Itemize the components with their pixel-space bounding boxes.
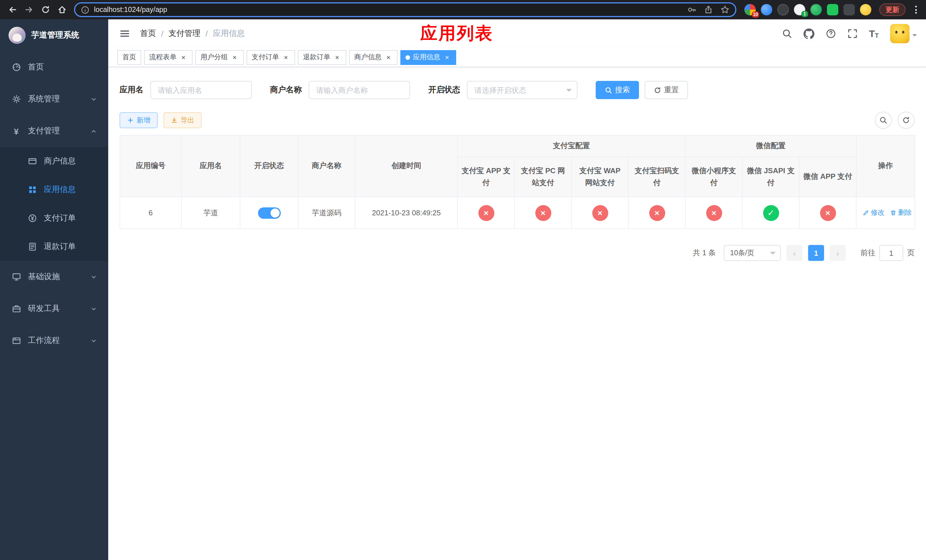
bookmark-star-icon[interactable] (720, 5, 729, 14)
tab-close-icon[interactable]: × (384, 53, 392, 61)
app-name-input[interactable] (150, 81, 252, 99)
tab-close-icon[interactable]: × (231, 53, 239, 61)
fullscreen-icon[interactable] (847, 29, 858, 39)
browser-menu-icon[interactable] (910, 2, 921, 17)
status-select-input[interactable] (467, 81, 578, 99)
page-annotation: 应用列表 (420, 22, 493, 45)
sidebar-item-refund-order[interactable]: 退款订单 (0, 232, 108, 261)
col-header-wechat-mini: 微信小程序支付 (685, 157, 742, 197)
extension-icon-4[interactable]: 1 (794, 4, 805, 15)
sidebar-item-workflow[interactable]: 工作流程 (0, 325, 108, 357)
pagination-total: 共 1 条 (693, 248, 716, 258)
url-text[interactable]: localhost:1024/pay/app (94, 6, 683, 14)
extensions-area: 10 1 (741, 4, 875, 15)
sidebar-item-label: 支付订单 (44, 213, 76, 223)
sidebar-item-merchant-info[interactable]: 商户信息 (0, 147, 108, 176)
goto-page-input[interactable] (879, 245, 903, 261)
extension-icon-2[interactable] (761, 4, 772, 15)
pagination: 共 1 条 10条/页 ‹ 1 › 前往 页 (120, 245, 915, 261)
extension-icon-6[interactable] (827, 4, 838, 15)
sidebar-item-label: 工作流程 (28, 336, 60, 346)
search-icon[interactable] (782, 29, 792, 39)
sidebar-logo[interactable]: 芋道管理系统 (0, 20, 108, 51)
wechat-jsapi-status-icon: ✓ (763, 205, 779, 221)
tab-close-icon[interactable]: × (282, 53, 290, 61)
col-header-wechat-app: 微信 APP 支付 (799, 157, 856, 197)
page-number-1[interactable]: 1 (808, 245, 824, 261)
extension-icon-7[interactable] (843, 4, 855, 15)
tab-label: 首页 (123, 52, 136, 62)
sidebar-item-app-info[interactable]: 应用信息 (0, 176, 108, 204)
col-header-alipay-wap: 支付宝 WAP 网站支付 (572, 157, 628, 197)
tab-user-group[interactable]: 用户分组 × (195, 50, 244, 65)
help-icon[interactable] (826, 29, 836, 39)
page-size-select[interactable]: 10条/页 (724, 245, 781, 261)
browser-profile-avatar[interactable] (860, 4, 872, 15)
extension-icon-3[interactable] (777, 4, 789, 15)
status-toggle[interactable] (258, 207, 280, 218)
gear-icon (11, 94, 21, 104)
user-menu[interactable] (890, 24, 917, 43)
sidebar-item-dev-tools[interactable]: 研发工具 (0, 293, 108, 325)
extension-icon-1[interactable]: 10 (744, 4, 756, 15)
tab-refund-order[interactable]: 退款订单 × (298, 50, 346, 65)
alipay-app-status-icon: × (478, 205, 494, 221)
tab-payment-order[interactable]: 支付订单 × (247, 50, 295, 65)
next-page-button[interactable]: › (830, 245, 846, 261)
tab-close-icon[interactable]: × (333, 53, 341, 61)
chevron-up-icon (91, 128, 97, 134)
reset-button[interactable]: 重置 (645, 81, 688, 99)
document-icon (27, 242, 37, 251)
toggle-search-icon-button[interactable] (875, 112, 892, 129)
sidebar-item-label: 应用信息 (44, 185, 76, 195)
password-key-icon[interactable] (687, 5, 696, 14)
pay-order-icon (27, 213, 37, 223)
forward-icon[interactable] (21, 2, 36, 17)
status-select[interactable] (467, 81, 578, 99)
tab-home[interactable]: 首页 (117, 50, 141, 65)
address-bar[interactable]: localhost:1024/pay/app (74, 2, 736, 17)
chevron-down-icon (91, 306, 97, 312)
sidebar-item-payment-order[interactable]: 支付订单 (0, 204, 108, 232)
back-icon[interactable] (5, 2, 20, 17)
app-header: 首页 / 支付管理 / 应用信息 应用列表 (108, 20, 926, 48)
tab-close-icon[interactable]: × (179, 53, 188, 61)
merchant-name-label: 商户名称 (270, 85, 302, 95)
github-icon[interactable] (803, 28, 814, 39)
breadcrumb-home[interactable]: 首页 (140, 29, 156, 39)
breadcrumb-payment[interactable]: 支付管理 (169, 29, 200, 39)
search-button[interactable]: 搜索 (596, 81, 639, 99)
browser-update-button[interactable]: 更新 (879, 3, 905, 16)
add-button[interactable]: 新增 (120, 112, 158, 128)
sidebar-item-home[interactable]: 首页 (0, 51, 108, 83)
reload-icon[interactable] (38, 2, 53, 17)
cell-merchant-name: 芋道源码 (298, 197, 355, 229)
sidebar-item-label: 研发工具 (28, 304, 60, 314)
alipay-wap-status-icon: × (592, 205, 608, 221)
share-icon[interactable] (704, 5, 713, 14)
prev-page-button[interactable]: ‹ (787, 245, 802, 261)
tab-process-form[interactable]: 流程表单 × (144, 50, 192, 65)
delete-link[interactable]: 删除 (890, 208, 912, 218)
sidebar-item-payment[interactable]: ¥ 支付管理 (0, 115, 108, 147)
merchant-name-input[interactable] (309, 81, 410, 99)
sidebar-item-system[interactable]: 系统管理 (0, 83, 108, 115)
refresh-icon-button[interactable] (897, 112, 915, 129)
hamburger-icon[interactable] (117, 26, 132, 41)
tab-app-info[interactable]: 应用信息 × (400, 50, 456, 65)
edit-link[interactable]: 修改 (863, 208, 884, 218)
sidebar-item-infrastructure[interactable]: 基础设施 (0, 261, 108, 293)
tab-merchant-info[interactable]: 商户信息 × (349, 50, 398, 65)
search-button-label: 搜索 (615, 85, 630, 95)
workflow-icon (11, 336, 21, 345)
home-icon[interactable] (54, 2, 70, 17)
user-avatar[interactable] (890, 24, 909, 43)
export-button[interactable]: 导出 (163, 112, 201, 128)
extension-icon-5[interactable] (810, 4, 822, 15)
chevron-down-icon (91, 338, 97, 344)
tab-close-icon[interactable]: × (443, 53, 451, 61)
add-button-label: 新增 (137, 115, 150, 125)
font-size-icon[interactable]: TT (869, 29, 879, 38)
site-info-icon[interactable] (81, 5, 89, 14)
payment-submenu: 商户信息 应用信息 支付订单 (0, 147, 108, 261)
